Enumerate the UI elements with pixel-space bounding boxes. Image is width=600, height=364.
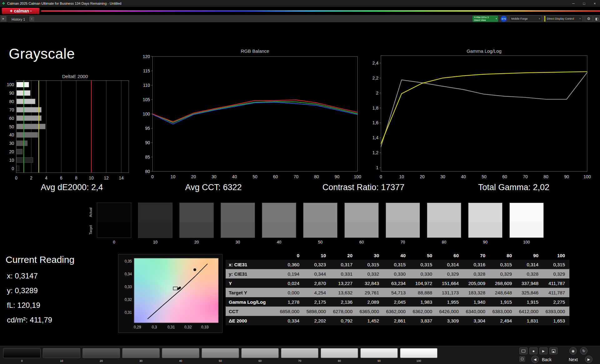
back-circle-button[interactable]: ◀ [531, 356, 539, 363]
display-control-dropdown[interactable]: Direct Display Control ▾ [544, 16, 582, 22]
pattern-level-label: 30 [122, 359, 160, 362]
save-button[interactable] [549, 347, 558, 354]
table-cell: 0,329 [437, 269, 463, 278]
calman-logo-menu[interactable]: ❖ calman ▾ [2, 8, 39, 14]
close-button[interactable]: × [589, 0, 600, 7]
svg-text:60: 60 [502, 174, 507, 179]
svg-text:10: 10 [399, 174, 404, 179]
panel-toggle-button[interactable]: ◧ [594, 16, 600, 22]
pattern-level-button[interactable] [241, 348, 279, 358]
table-cell: 0,330 [383, 269, 410, 278]
table-cell: 6393,000 [543, 307, 569, 316]
svg-text:0,34: 0,34 [125, 272, 132, 276]
table-cell: 2,175 [304, 297, 330, 307]
pattern-level-button[interactable] [82, 348, 120, 358]
svg-text:2,2: 2,2 [372, 76, 379, 81]
svg-text:10: 10 [171, 174, 176, 179]
next-circle-button[interactable]: ▶ [585, 356, 592, 363]
table-cell: 29,761 [357, 288, 383, 297]
minimize-button[interactable]: ─ [568, 0, 579, 7]
pattern-level-button[interactable] [281, 348, 318, 358]
svg-text:110: 110 [143, 83, 150, 88]
pattern-level-button[interactable] [122, 348, 160, 358]
table-cell: 151,664 [437, 278, 463, 288]
swatch-target [97, 222, 131, 238]
table-cell: 3,309 [437, 316, 463, 325]
table-cell: 54,713 [383, 288, 410, 297]
svg-text:0,33: 0,33 [201, 325, 209, 329]
back-button[interactable]: Back [542, 357, 552, 362]
table-cell: 2,494 [490, 316, 516, 325]
pattern-level-button[interactable] [400, 348, 438, 358]
table-cell: 0,329 [490, 269, 516, 278]
window-controls: ─ □ × [568, 0, 600, 7]
table-cell: 183,328 [463, 288, 490, 297]
meter-dropdown[interactable]: X-Rite i1Pro 3 Direct View ▾ [472, 16, 498, 22]
settings-button[interactable]: ⚙ [585, 16, 592, 22]
table-row-label: ΔE 2000 [226, 316, 277, 325]
svg-text:0,33: 0,33 [125, 285, 132, 289]
svg-text:80: 80 [145, 169, 150, 174]
window-titlebar: ❖ Calman 2025 Calman Ultimate for Busine… [0, 0, 600, 7]
table-cell: 0,194 [277, 269, 304, 278]
monitor-icon [522, 350, 525, 352]
pattern-window-button[interactable] [519, 356, 525, 362]
table-cell: 411,787 [543, 278, 569, 288]
svg-text:70: 70 [523, 174, 528, 179]
svg-text:0,29: 0,29 [134, 325, 141, 329]
read-continuous-button[interactable]: ◉ [569, 347, 577, 355]
svg-text:60: 60 [9, 116, 14, 121]
tab-history-1[interactable]: History 1 [8, 16, 29, 22]
stop-button[interactable]: ■ [529, 347, 538, 354]
pattern-level-button[interactable] [321, 348, 358, 358]
table-cell: 0,315 [383, 260, 410, 269]
source-dropdown[interactable]: Mobile Forge ▾ [509, 16, 542, 22]
svg-text:0: 0 [12, 166, 14, 171]
grayscale-swatch [303, 203, 338, 238]
next-button[interactable]: Next [569, 357, 578, 362]
pattern-level-button[interactable] [202, 348, 239, 358]
svg-text:20: 20 [9, 149, 14, 154]
reading-x: x: 0,3147 [7, 272, 38, 280]
pattern-level-label: 90 [360, 359, 398, 362]
chevron-down-icon: ▾ [578, 17, 581, 20]
refresh-button[interactable]: ↻ [580, 347, 588, 355]
svg-text:100: 100 [354, 174, 361, 179]
brand-bar: ❖ calman ▾ [0, 7, 600, 15]
display-preview-button[interactable] [519, 347, 528, 354]
svg-text:20: 20 [420, 174, 425, 179]
svg-text:0: 0 [151, 174, 154, 179]
swatch-level-label: 0 [97, 240, 131, 244]
pattern-level-button[interactable] [3, 348, 41, 358]
pattern-level-button[interactable] [360, 348, 398, 358]
pattern-level-label: 10 [43, 359, 80, 362]
page-title: Grayscale [9, 45, 75, 62]
table-cell: 325,846 [516, 288, 543, 297]
svg-text:1,6: 1,6 [372, 120, 379, 125]
svg-text:85: 85 [145, 155, 150, 160]
tab-scroll-button[interactable]: ▶ [1, 16, 6, 21]
add-tab-button[interactable]: + [29, 17, 34, 21]
pattern-level-button[interactable] [43, 348, 80, 358]
table-cell: 0,344 [304, 269, 330, 278]
svg-text:80: 80 [9, 99, 14, 104]
svg-text:90: 90 [335, 174, 340, 179]
swatch-level-label: 30 [221, 240, 255, 244]
table-cell: 337,948 [516, 278, 543, 288]
play-button[interactable]: ▶ [539, 347, 548, 354]
table-cell: 4,254 [304, 288, 330, 297]
window-title: Calman 2025 Calman Ultimate for Business… [7, 2, 122, 5]
maximize-button[interactable]: □ [579, 0, 589, 7]
reading-fl: fL: 120,19 [7, 301, 40, 310]
svg-text:1: 1 [376, 165, 378, 170]
pattern-level-button[interactable] [162, 348, 199, 358]
svg-text:105: 105 [143, 97, 150, 102]
gamma-chart: 11,21,41,61,822,22,401020304050607080901… [366, 52, 598, 182]
table-cell: 0,024 [277, 278, 304, 288]
pattern-level-label: 0 [3, 359, 41, 362]
svg-text:80: 80 [543, 174, 548, 179]
table-row-label: Target Y [226, 288, 277, 297]
swatch-level-label: 80 [427, 240, 461, 244]
deltae-chart-title: DeltaE 2000 [19, 74, 131, 79]
reading-y: y: 0,3289 [7, 286, 38, 295]
